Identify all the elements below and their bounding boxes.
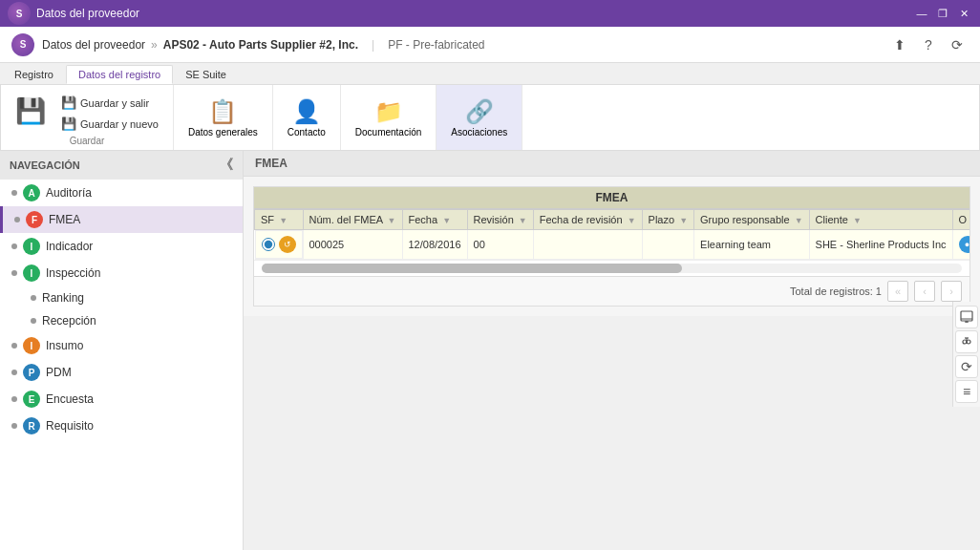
col-num-fmea[interactable]: Núm. del FMEA ▼ bbox=[303, 210, 402, 230]
sidebar-item-fmea[interactable]: F FMEA bbox=[0, 206, 243, 233]
sidebar-item-insumo[interactable]: I Insumo bbox=[0, 332, 243, 359]
col-revision[interactable]: Revisión ▼ bbox=[467, 210, 533, 230]
title-bar: S Datos del proveedor — ❐ ✕ bbox=[0, 0, 980, 27]
pdm-icon: P bbox=[23, 364, 40, 381]
guardar-salir-button[interactable]: 💾 Guardar y salir bbox=[54, 93, 165, 113]
ribbon-tabs: Registro Datos del registro SE Suite bbox=[0, 63, 980, 84]
content-area: FMEA FMEA SF ▼ Núm. del FMEA ▼ Fecha ▼ bbox=[244, 151, 980, 316]
sidebar-collapse-button[interactable]: 《 bbox=[220, 157, 233, 174]
bullet-dot bbox=[31, 295, 36, 301]
col-plazo[interactable]: Plazo ▼ bbox=[642, 210, 694, 230]
sidebar-item-encuesta[interactable]: E Encuesta bbox=[0, 386, 243, 412]
collapse-button[interactable]: ⬆ bbox=[888, 33, 911, 56]
sidebar-item-recepcion[interactable]: Recepción bbox=[0, 309, 243, 332]
tab-datos-registro[interactable]: Datos del registro bbox=[66, 65, 173, 84]
fmea-icon: F bbox=[26, 211, 43, 228]
ribbon-group-guardar: 💾 💾 Guardar y salir 💾 Guardar y nuevo Gu… bbox=[1, 85, 174, 150]
main-layout: NAVEGACIÓN 《 A Auditoría F FMEA I Indica… bbox=[0, 151, 980, 550]
window-title: Datos del proveedor bbox=[36, 7, 139, 20]
datos-generales-icon: 📋 bbox=[208, 98, 237, 125]
header-bar: S Datos del proveedor » APS02 - Auto Par… bbox=[0, 27, 980, 63]
col-fecha-revision[interactable]: Fecha de revisión ▼ bbox=[533, 210, 642, 230]
datos-generales-button[interactable]: 📋 Datos generales bbox=[181, 95, 265, 141]
col-grupo-responsable[interactable]: Grupo responsable ▼ bbox=[694, 210, 810, 230]
contacto-button[interactable]: 👤 Contacto bbox=[281, 95, 332, 141]
cell-o: ● bbox=[952, 230, 969, 260]
cell-sf: ↺ bbox=[255, 230, 303, 259]
requisito-icon: R bbox=[23, 417, 40, 434]
bullet-dot bbox=[11, 423, 17, 429]
ribbon-body: 💾 💾 Guardar y salir 💾 Guardar y nuevo Gu… bbox=[0, 84, 980, 151]
breadcrumb-sep: » bbox=[151, 38, 158, 52]
side-btn-link[interactable] bbox=[955, 330, 978, 353]
bullet-dot bbox=[11, 343, 17, 349]
bullet-dot bbox=[11, 190, 17, 196]
window-controls: — ❐ ✕ bbox=[913, 5, 972, 22]
first-page-button[interactable]: « bbox=[887, 281, 908, 302]
prev-page-button[interactable]: ‹ bbox=[914, 281, 935, 302]
table-footer: Total de registros: 1 « ‹ › bbox=[254, 276, 969, 306]
help-button[interactable]: ? bbox=[917, 33, 940, 56]
content-header: FMEA bbox=[244, 151, 980, 177]
side-btn-download[interactable] bbox=[955, 306, 978, 328]
fmea-table-container[interactable]: SF ▼ Núm. del FMEA ▼ Fecha ▼ Revisión ▼ … bbox=[254, 209, 969, 260]
sidebar-item-auditoria[interactable]: A Auditoría bbox=[0, 180, 243, 206]
table-header-row: SF ▼ Núm. del FMEA ▼ Fecha ▼ Revisión ▼ … bbox=[255, 210, 970, 230]
tab-se-suite[interactable]: SE Suite bbox=[173, 65, 239, 84]
table-row[interactable]: ↺ 000025 12/08/2016 00 Elearning team SH… bbox=[255, 230, 970, 260]
documentacion-button[interactable]: 📁 Documentación bbox=[349, 95, 428, 141]
header-subtitle: PF - Pre-fabricated bbox=[388, 38, 484, 52]
guardar-button[interactable]: 💾 bbox=[9, 93, 53, 130]
sidebar-header: NAVEGACIÓN 《 bbox=[0, 151, 243, 180]
side-btn-refresh[interactable]: ⟳ bbox=[955, 355, 978, 378]
col-o[interactable]: O ▼ bbox=[952, 210, 969, 230]
refresh-button[interactable]: ⟳ bbox=[946, 33, 969, 56]
minimize-button[interactable]: — bbox=[913, 5, 930, 22]
side-btn-menu[interactable]: ≡ bbox=[955, 380, 978, 403]
cell-revision: 00 bbox=[467, 230, 533, 260]
content-wrapper: FMEA FMEA SF ▼ Núm. del FMEA ▼ Fecha ▼ bbox=[244, 151, 980, 550]
sidebar-item-pdm[interactable]: P PDM bbox=[0, 359, 243, 386]
total-records: Total de registros: 1 bbox=[790, 286, 882, 297]
ribbon-group-contacto: 👤 Contacto bbox=[273, 85, 341, 150]
bullet-dot bbox=[11, 270, 17, 276]
maximize-button[interactable]: ❐ bbox=[934, 5, 951, 22]
right-side-buttons: ⟳ ≡ bbox=[952, 302, 980, 407]
scrollbar-thumb[interactable] bbox=[262, 264, 682, 273]
save-new-icon: 💾 bbox=[61, 116, 76, 131]
bullet-dot bbox=[31, 318, 36, 324]
breadcrumb: Datos del proveedor » APS02 - Auto Parts… bbox=[42, 38, 358, 52]
ribbon-guardar-buttons: 💾 💾 Guardar y salir 💾 Guardar y nuevo bbox=[9, 89, 165, 134]
col-sf[interactable]: SF ▼ bbox=[255, 210, 304, 230]
bullet-dot bbox=[11, 396, 17, 402]
table-scrollbar[interactable] bbox=[254, 260, 969, 276]
breadcrumb-base[interactable]: Datos del proveedor bbox=[42, 38, 145, 52]
scrollbar-track[interactable] bbox=[262, 264, 962, 273]
row-radio[interactable] bbox=[262, 238, 275, 251]
inspeccion-icon: I bbox=[23, 264, 40, 282]
ribbon-group-documentacion: 📁 Documentación bbox=[341, 85, 437, 150]
tab-registro[interactable]: Registro bbox=[2, 65, 66, 84]
asociaciones-button[interactable]: 🔗 Asociaciones bbox=[444, 95, 514, 141]
ribbon-group-asociaciones: 🔗 Asociaciones bbox=[437, 85, 522, 150]
cell-fecha: 12/08/2016 bbox=[402, 230, 467, 260]
guardar-nuevo-button[interactable]: 💾 Guardar y nuevo bbox=[54, 114, 165, 134]
auditoria-icon: A bbox=[23, 184, 40, 201]
encuesta-icon: E bbox=[23, 391, 40, 408]
sidebar-item-requisito[interactable]: R Requisito bbox=[0, 412, 243, 439]
next-page-button[interactable]: › bbox=[941, 281, 962, 302]
bullet-dot bbox=[11, 370, 17, 375]
contacto-icon: 👤 bbox=[292, 98, 321, 125]
col-fecha[interactable]: Fecha ▼ bbox=[402, 210, 467, 230]
sidebar-item-ranking[interactable]: Ranking bbox=[0, 286, 243, 309]
save-icon: 💾 bbox=[15, 96, 46, 126]
col-cliente[interactable]: Cliente ▼ bbox=[809, 210, 952, 230]
sidebar: NAVEGACIÓN 《 A Auditoría F FMEA I Indica… bbox=[0, 151, 244, 550]
cell-cliente: SHE - Sherline Products Inc bbox=[809, 230, 952, 260]
app-logo: S bbox=[8, 2, 31, 25]
sidebar-item-inspeccion[interactable]: I Inspección bbox=[0, 260, 243, 286]
fmea-table-wrapper: FMEA SF ▼ Núm. del FMEA ▼ Fecha ▼ Revisi… bbox=[253, 186, 970, 307]
sidebar-item-indicador[interactable]: I Indicador bbox=[0, 233, 243, 260]
cell-grupo-responsable: Elearning team bbox=[694, 230, 810, 260]
close-button[interactable]: ✕ bbox=[955, 5, 972, 22]
